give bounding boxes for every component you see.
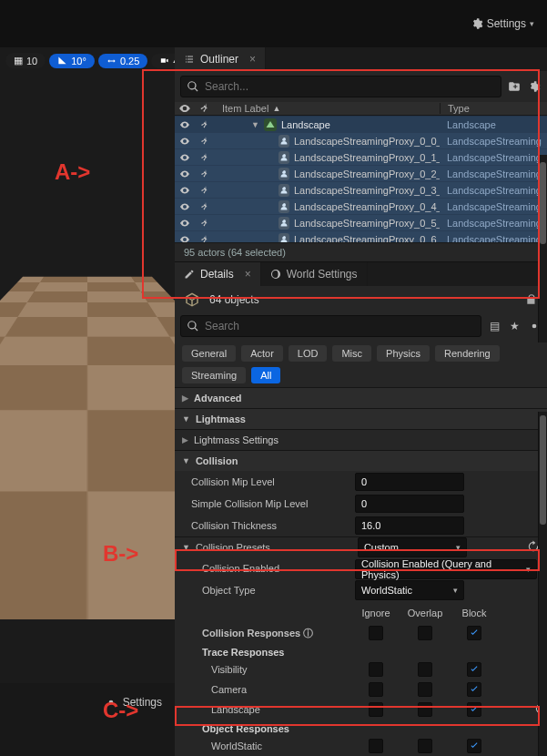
row-collision-thickness: Collision Thickness (175, 515, 547, 536)
collision-presets-label: Collision Presets (196, 542, 352, 553)
section-collision[interactable]: ▼Collision (175, 451, 547, 471)
details-search[interactable] (180, 315, 481, 337)
checkbox[interactable] (467, 682, 481, 697)
outliner-row[interactable]: LandscapeStreamingProxy_0_3_0LandscapeSt… (175, 181, 547, 198)
pin-icon[interactable] (198, 102, 211, 115)
object-count: 64 objects (209, 293, 259, 306)
checkbox[interactable] (418, 626, 432, 640)
scale-snap-pill[interactable]: 0.25 (98, 54, 147, 68)
checkbox[interactable] (369, 662, 383, 677)
filter-chip[interactable]: Misc (332, 345, 371, 362)
response-row: Landscape (191, 700, 547, 720)
checkbox[interactable] (467, 626, 481, 640)
checkbox[interactable] (369, 682, 383, 697)
row-label: Landscape (281, 119, 330, 130)
lock-icon[interactable] (525, 293, 538, 306)
checkbox[interactable] (369, 626, 383, 640)
object-type-value: WorldStatic (361, 585, 412, 596)
tab-world-label: World Settings (287, 268, 358, 281)
outliner-row[interactable]: LandscapeStreamingProxy_0_6_0LandscapeSt… (175, 230, 547, 242)
row-label: LandscapeStreamingProxy_0_4_0 (294, 201, 440, 212)
outliner-row[interactable]: LandscapeStreamingProxy_0_2_0LandscapeSt… (175, 165, 547, 181)
resp-col-block: Block (450, 608, 499, 618)
col-item-label-text: Item Label (222, 103, 268, 114)
column-item-label[interactable]: Item Label ▲ (215, 103, 440, 114)
filter-chip[interactable]: Rendering (435, 345, 500, 362)
star-icon[interactable]: ★ (507, 320, 522, 332)
section-advanced[interactable]: ▶Advanced (175, 388, 547, 408)
eye-icon[interactable] (178, 102, 191, 115)
collision-thickness-input[interactable] (355, 516, 464, 535)
search-icon (187, 80, 199, 93)
section-advanced-label: Advanced (194, 393, 242, 404)
filter-chip[interactable]: LOD (289, 345, 328, 362)
filter-chip[interactable]: General (182, 345, 236, 362)
row-label: LandscapeStreamingProxy_0_1_0 (294, 152, 440, 163)
collision-presets-select[interactable]: Custom...▾ (358, 537, 467, 557)
collision-mip-input[interactable] (355, 473, 464, 491)
scale-value: 0.25 (120, 56, 139, 66)
details-scrollbar[interactable] (538, 412, 547, 756)
tab-outliner-label: Outliner (200, 53, 238, 66)
list-icon (184, 54, 195, 65)
simple-collision-mip-input[interactable] (355, 495, 464, 513)
section-lightmass-settings[interactable]: ▶Lightmass Settings (175, 430, 547, 450)
outliner-row[interactable]: LandscapeStreamingProxy_0_5_0LandscapeSt… (175, 214, 547, 230)
checkbox[interactable] (467, 702, 481, 717)
tab-world-settings[interactable]: World Settings (261, 262, 368, 286)
column-type[interactable]: Type (440, 103, 547, 114)
filter-chip[interactable]: Streaming (182, 367, 246, 383)
row-simple-collision-mip: Simple Collision Mip Level (175, 493, 547, 515)
object-type-select[interactable]: WorldStatic▾ (355, 580, 464, 600)
rotation-value: 10° (71, 56, 86, 66)
row-label: LandscapeStreamingProxy_0_3_0 (294, 185, 440, 196)
checkbox[interactable] (418, 739, 432, 753)
filter-chip[interactable]: Physics (377, 345, 430, 362)
outliner-row-parent[interactable]: ▼LandscapeLandscape (175, 116, 547, 132)
row-label: LandscapeStreamingProxy_0_0_0 (294, 136, 440, 147)
outliner-footer: 95 actors (64 selected) (175, 242, 547, 261)
gear-icon (471, 17, 483, 30)
checkbox[interactable] (369, 739, 383, 753)
top-settings-button[interactable]: Settings ▾ (471, 17, 534, 30)
checkbox[interactable] (467, 662, 481, 677)
checkbox[interactable] (418, 662, 432, 677)
tab-outliner[interactable]: Outliner × (175, 47, 266, 71)
section-lightmass[interactable]: ▼Lightmass (175, 409, 547, 429)
outliner-list[interactable]: ▼LandscapeLandscapeLandscapeStreamingPro… (175, 116, 547, 242)
checkbox[interactable] (369, 702, 383, 717)
checkbox[interactable] (418, 702, 432, 717)
pencil-icon (184, 269, 195, 280)
viewport[interactable] (0, 47, 175, 619)
close-icon[interactable]: × (245, 268, 251, 281)
callout-c: C-> (103, 698, 138, 723)
tab-details-label: Details (200, 268, 234, 281)
filter-chip[interactable]: Actor (241, 345, 283, 362)
help-icon[interactable]: ⓘ (303, 628, 313, 639)
details-search-input[interactable] (205, 320, 475, 332)
search-icon (187, 320, 199, 332)
rotation-snap-pill[interactable]: 10° (49, 54, 95, 68)
close-icon[interactable]: × (249, 53, 256, 66)
collision-presets-value: Custom... (364, 542, 407, 553)
gear-icon[interactable] (527, 80, 542, 94)
filter-chip-all[interactable]: All (251, 367, 280, 383)
outliner-row[interactable]: LandscapeStreamingProxy_0_4_0LandscapeSt… (175, 198, 547, 214)
row-label: LandscapeStreamingProxy_0_5_0 (294, 218, 440, 229)
tab-details[interactable]: Details × (175, 262, 261, 286)
outliner-scrollbar[interactable] (538, 155, 547, 342)
outliner-search[interactable] (180, 76, 501, 97)
outliner-row[interactable]: LandscapeStreamingProxy_0_0_0LandscapeSt… (175, 132, 547, 148)
checkbox[interactable] (467, 739, 481, 753)
object-responses-heading: Object Responses (191, 720, 547, 736)
outliner-search-input[interactable] (205, 80, 495, 93)
snap-grid-pill[interactable]: ▦ 10 (5, 53, 46, 68)
outliner-row[interactable]: LandscapeStreamingProxy_0_1_0LandscapeSt… (175, 148, 547, 165)
callout-a: A-> (55, 159, 90, 185)
folder-add-icon[interactable] (507, 80, 522, 94)
collision-enabled-select[interactable]: Collision Enabled (Query and Physics)▾ (355, 559, 537, 579)
checkbox[interactable] (418, 682, 432, 697)
matrix-icon[interactable]: ▤ (487, 320, 501, 332)
row-collision-mip: Collision Mip Level (175, 471, 547, 493)
row-collision-presets[interactable]: ▼ Collision Presets Custom...▾ (175, 537, 547, 557)
